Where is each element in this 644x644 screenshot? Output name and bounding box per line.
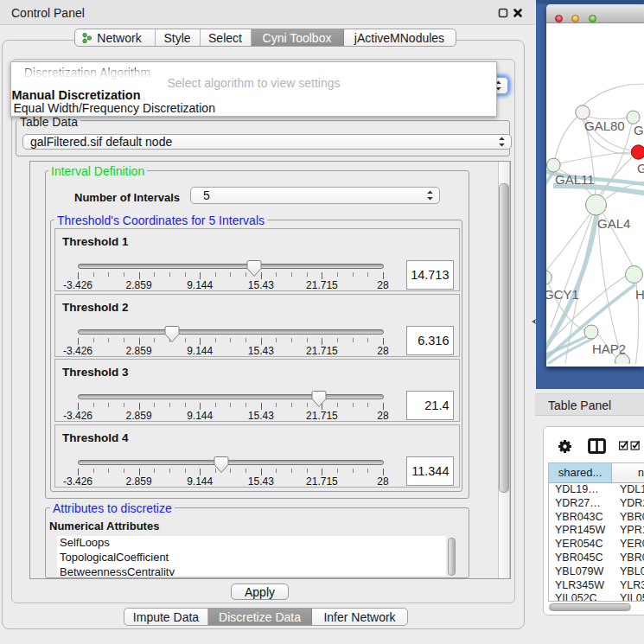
svg-text:G: G: [637, 161, 644, 175]
svg-text:GCY1: GCY1: [546, 287, 579, 302]
svg-text:HAP2: HAP2: [592, 341, 626, 356]
svg-text:H: H: [635, 287, 644, 302]
svg-text:GAL11: GAL11: [555, 172, 595, 187]
svg-text:GAL4: GAL4: [597, 216, 630, 231]
svg-text:GAL80: GAL80: [584, 118, 625, 133]
svg-text:GA: GA: [634, 123, 644, 137]
